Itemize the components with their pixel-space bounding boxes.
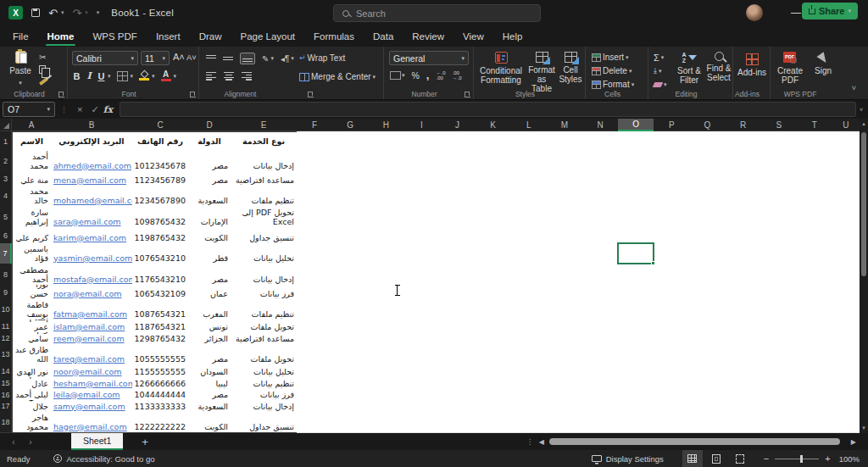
cell-M9[interactable] [547,285,583,300]
cell-I9[interactable] [403,285,440,300]
excel-app-icon[interactable]: X [8,6,23,19]
email-link[interactable]: sara@email.com [53,218,121,227]
cell-L17[interactable] [511,400,548,413]
cell-F14[interactable] [297,364,333,378]
cell-I2[interactable] [403,151,440,172]
cell-A9[interactable]: نورا حسن [12,285,52,300]
cell-T15[interactable] [797,377,833,390]
splitter-dots-icon[interactable]: ⋮ [526,437,534,446]
cell-K7[interactable] [476,243,512,264]
cell-N5[interactable] [582,206,619,228]
cell-F11[interactable] [297,320,333,333]
cell-O12[interactable] [618,332,654,345]
cell-I4[interactable] [403,186,440,207]
conditional-formatting-button[interactable]: Conditional Formatting [477,52,525,85]
zoom-slider-track[interactable] [775,459,819,459]
tab-wps-pdf[interactable]: WPS PDF [83,25,146,47]
cell-K16[interactable] [476,389,512,401]
cell-I18[interactable] [403,412,440,433]
cell-B8[interactable]: mostafa@email.com [51,264,133,286]
email-link[interactable]: nora@email.com [53,290,122,299]
cell-E15[interactable]: تنظيم بيانات [231,377,298,390]
cell-G13[interactable] [332,344,369,365]
email-link[interactable]: hesham@email.com [53,380,133,389]
cell-N7[interactable] [582,243,619,264]
cell-L11[interactable] [511,320,548,333]
selected-cell-outline[interactable] [617,242,654,264]
cell-E1[interactable]: نوع الخدمة [231,131,298,152]
cell-P3[interactable] [654,171,690,186]
cell-E2[interactable]: إدخال بيانات [231,151,298,172]
cell-H7[interactable] [368,243,404,264]
cell-F4[interactable] [297,186,333,207]
cell-B18[interactable]: hager@email.com [51,412,133,433]
cell-B7[interactable]: yasmin@email.com [51,243,133,264]
cell-S6[interactable] [761,227,798,244]
cell-U8[interactable] [832,264,860,286]
font-size-select[interactable]: 11▾ [141,51,170,65]
format-as-table-button[interactable]: Format as Table [526,52,557,93]
cell-O11[interactable] [618,320,654,333]
cell-L1[interactable] [511,131,548,152]
cell-A3[interactable]: منة علي [12,171,52,186]
cell-P8[interactable] [654,264,690,286]
cell-D15[interactable]: ليبيا [188,377,231,390]
cell-U14[interactable] [832,364,860,378]
increase-indent-icon[interactable] [281,72,291,81]
cell-D18[interactable]: الكويت [188,412,231,433]
tab-formulas[interactable]: Formulas [304,25,364,47]
cell-H9[interactable] [368,285,404,300]
cell-D7[interactable]: قطر [188,243,231,264]
cell-N9[interactable] [582,285,619,300]
cell-C1[interactable]: رقم الهاتف [132,131,189,152]
bold-icon[interactable]: B [73,71,81,81]
cell-J10[interactable] [440,299,476,320]
cell-A12[interactable]: ريم سامي [12,332,52,345]
cell-M2[interactable] [547,151,583,172]
cell-D10[interactable]: المغرب [188,299,231,320]
cell-P5[interactable] [654,206,690,228]
cell-D11[interactable]: تونس [188,320,231,333]
cell-T5[interactable] [797,206,833,228]
cell-R18[interactable] [726,412,762,433]
cell-D16[interactable]: مصر [188,389,231,401]
cell-A4[interactable]: محمد خالد [12,186,52,207]
cell-R5[interactable] [726,206,762,228]
cell-B9[interactable]: nora@email.com [51,285,133,300]
cell-J16[interactable] [440,389,476,401]
horizontal-scrollbar[interactable]: ⋮ ◀ ▶ [526,437,856,446]
cell-M12[interactable] [547,332,583,345]
redo-dropdown-icon[interactable]: ▾ [85,9,88,16]
cell-H12[interactable] [368,332,404,345]
cell-A18[interactable]: هاجر محمود [12,412,52,433]
email-link[interactable]: ahmed@email.com [53,162,131,171]
cell-K3[interactable] [476,171,512,186]
cell-E4[interactable]: تنظيم ملفات [231,186,298,207]
cell-E12[interactable]: مساعدة افتراضية [231,332,298,345]
cell-B12[interactable]: reem@email.com [51,332,133,345]
cell-M11[interactable] [547,320,583,333]
row-header-16[interactable]: 16 [0,389,12,401]
cell-O4[interactable] [618,186,654,207]
accessibility-status[interactable]: Accessibility: Good to go [66,454,154,464]
cell-N4[interactable] [582,186,619,207]
cell-G8[interactable] [332,264,369,286]
cell-N1[interactable] [582,131,619,152]
underline-dropdown-icon[interactable]: ▾ [108,73,111,80]
cell-P13[interactable] [654,344,690,365]
cell-E11[interactable]: تحويل ملفات [231,320,298,333]
tab-home[interactable]: Home [38,25,84,47]
column-header-M[interactable]: M [547,119,583,131]
cell-D12[interactable]: الجزائر [188,332,231,345]
cell-H13[interactable] [368,344,404,365]
cell-U10[interactable] [832,299,860,320]
email-link[interactable]: samy@email.com [53,403,125,412]
addins-button[interactable]: Add-ins [735,53,769,77]
cell-C12[interactable]: 1298765432 [132,332,189,345]
cell-M4[interactable] [547,186,583,207]
cell-I17[interactable] [403,400,440,413]
font-name-select[interactable]: Calibri▾ [72,51,138,65]
cell-U17[interactable] [832,400,860,413]
cell-C9[interactable]: 1065432109 [132,285,189,300]
cell-T10[interactable] [797,299,833,320]
